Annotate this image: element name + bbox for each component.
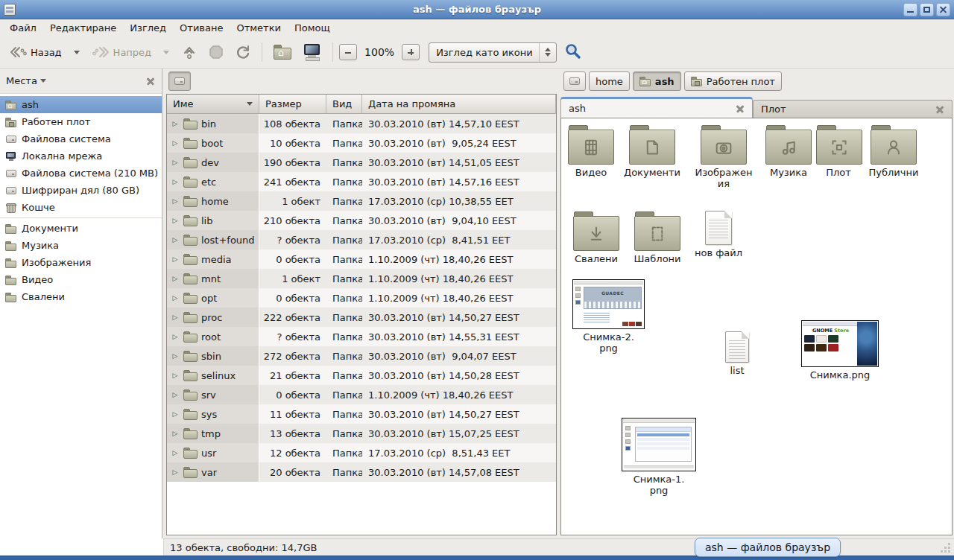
icon-view-item-templates[interactable]: Шаблони xyxy=(626,211,689,264)
expander-icon[interactable]: ▷ xyxy=(170,197,180,205)
icon-view-item-music[interactable]: Музика xyxy=(759,124,818,178)
table-row[interactable]: ▷bin108 обектаПапка30.03.2010 (вт) 14,57… xyxy=(167,114,556,133)
sidebar-item-downloads[interactable]: Свалени xyxy=(0,288,162,305)
zoom-in-button[interactable] xyxy=(402,44,420,60)
up-button[interactable] xyxy=(177,40,202,64)
titlebar[interactable]: ash — файлов браузър xyxy=(0,0,954,19)
tab-plot[interactable]: Плот xyxy=(753,100,953,118)
icon-view-item-list[interactable]: list xyxy=(715,331,759,376)
table-row[interactable]: ▷opt0 обектаПапка1.10.2009 (чт) 18,40,26… xyxy=(167,288,556,308)
expander-icon[interactable]: ▷ xyxy=(170,120,180,127)
expander-icon[interactable]: ▷ xyxy=(170,314,180,321)
table-row[interactable]: ▷home1 обектПапка17.03.2010 (ср) 10,38,5… xyxy=(167,191,556,211)
table-row[interactable]: ▷srv0 обектаПапка1.10.2009 (чт) 18,40,26… xyxy=(167,385,556,404)
menu-item-help[interactable]: Помощ xyxy=(288,20,337,36)
breadcrumb-ash[interactable]: ash xyxy=(633,71,681,91)
expander-icon[interactable]: ▷ xyxy=(170,255,180,263)
minimize-button[interactable] xyxy=(903,3,917,16)
sidebar-item-filesystem[interactable]: Файлова система xyxy=(0,130,162,147)
menu-item-edit[interactable]: Редактиране xyxy=(43,20,123,36)
table-row[interactable]: ▷lost+found? обектаПапка17.03.2010 (ср) … xyxy=(167,230,556,249)
sidebar-item-trash[interactable]: Кошче xyxy=(0,199,162,216)
icon-view[interactable]: ВидеоДокументиИзображенияМузикаПлотПубли… xyxy=(560,118,953,535)
table-row[interactable]: ▷tmp13 обектаПапка30.03.2010 (вт) 15,07,… xyxy=(167,424,556,443)
column-header-type[interactable]: Вид xyxy=(326,95,362,114)
computer-button[interactable] xyxy=(298,40,326,64)
expander-icon[interactable]: ▷ xyxy=(170,468,180,476)
zoom-out-button[interactable] xyxy=(339,44,357,60)
table-row[interactable]: ▷dev190 обектаПапка30.03.2010 (вт) 14,51… xyxy=(167,153,556,172)
table-row[interactable]: ▷proc222 обектаПапка30.03.2010 (вт) 14,5… xyxy=(167,308,556,327)
expander-icon[interactable]: ▷ xyxy=(170,391,180,398)
table-row[interactable]: ▷etc241 обектаПапка30.03.2010 (вт) 14,57… xyxy=(167,172,556,191)
expander-icon[interactable]: ▷ xyxy=(170,178,180,185)
icon-view-item-new-file[interactable]: нов файл xyxy=(689,211,748,258)
sidebar-item-documents[interactable]: Документи xyxy=(0,220,162,237)
sidebar-close-icon[interactable] xyxy=(145,76,156,86)
table-row[interactable]: ▷usr12 обектаПапка17.03.2010 (ср) 8,51,4… xyxy=(167,443,556,462)
resize-grip[interactable] xyxy=(941,543,951,553)
tab-close-icon[interactable] xyxy=(935,104,944,114)
expander-icon[interactable]: ▷ xyxy=(170,294,180,302)
breadcrumb-home[interactable]: home xyxy=(589,71,630,91)
table-row[interactable]: ▷selinux21 обектаПапка30.03.2010 (вт) 14… xyxy=(167,366,556,385)
back-history-dropdown[interactable] xyxy=(68,47,86,58)
sidebar-item-pictures[interactable]: Изображения xyxy=(0,254,162,271)
icon-view-item-snimka-1[interactable]: Снимка-1.png xyxy=(622,418,696,497)
menu-item-bookmarks[interactable]: Отметки xyxy=(230,20,287,36)
maximize-button[interactable] xyxy=(920,3,934,16)
icon-view-item-video[interactable]: Видео xyxy=(561,124,621,178)
chevron-down-icon[interactable] xyxy=(40,79,46,83)
expander-icon[interactable]: ▷ xyxy=(170,430,180,437)
close-button[interactable] xyxy=(936,3,950,16)
table-row[interactable]: ▷mnt1 обектПапка1.10.2009 (чт) 18,40,26 … xyxy=(167,269,556,288)
expander-icon[interactable]: ▷ xyxy=(170,236,180,244)
home-button[interactable] xyxy=(268,40,297,64)
sidebar-title[interactable]: Места xyxy=(6,75,37,86)
table-row[interactable]: ▷sbin272 обектаПапка30.03.2010 (вт) 9,04… xyxy=(167,346,556,366)
search-button[interactable] xyxy=(564,42,582,63)
icon-view-item-desktop[interactable]: Плот xyxy=(816,124,861,178)
stop-button[interactable] xyxy=(203,40,229,64)
icon-view-item-snimka-2[interactable]: GUADECСнимка-2.png xyxy=(572,279,645,354)
table-row[interactable]: ▷lib210 обектаПапка30.03.2010 (вт) 9,04,… xyxy=(167,211,556,230)
tab-close-icon[interactable] xyxy=(735,104,745,113)
breadcrumb-desktop[interactable]: Работен плот xyxy=(684,71,782,91)
icon-view-item-downloads[interactable]: Свалени xyxy=(565,211,628,264)
table-row[interactable]: ▷var20 обектаПапка30.03.2010 (вт) 14,57,… xyxy=(167,462,556,482)
column-header-name[interactable]: Име xyxy=(167,95,259,114)
sidebar-item-home[interactable]: ash xyxy=(0,96,162,113)
back-button[interactable]: Назад xyxy=(4,41,66,63)
tab-ash[interactable]: ash xyxy=(560,97,753,118)
table-row[interactable]: ▷boot10 обектаПапка30.03.2010 (вт) 9,05,… xyxy=(167,133,556,153)
table-row[interactable]: ▷media0 обектаПапка1.10.2009 (чт) 18,40,… xyxy=(167,249,556,269)
table-row[interactable]: ▷root? обектаПапка30.03.2010 (вт) 14,55,… xyxy=(167,327,556,346)
sidebar-item-desktop[interactable]: Работен плот xyxy=(0,113,162,130)
expander-icon[interactable]: ▷ xyxy=(170,333,180,340)
icon-view-item-pictures[interactable]: Изображения xyxy=(694,124,754,190)
expander-icon[interactable]: ▷ xyxy=(170,275,180,282)
expander-icon[interactable]: ▷ xyxy=(170,410,180,418)
menu-item-go[interactable]: Отиване xyxy=(173,20,230,36)
sidebar-item-encrypted-80[interactable]: Шифриран дял (80 GB) xyxy=(0,182,162,199)
sidebar-item-volume-210[interactable]: Файлова система (210 MB) xyxy=(0,165,162,182)
icon-view-item-public[interactable]: Публични xyxy=(862,124,926,178)
table-row[interactable]: ▷sys11 обектаПапка30.03.2010 (вт) 14,50,… xyxy=(167,404,556,424)
expander-icon[interactable]: ▷ xyxy=(170,372,180,379)
sidebar-item-network[interactable]: Локална мрежа xyxy=(0,147,162,165)
column-header-size[interactable]: Размер xyxy=(259,95,326,114)
expander-icon[interactable]: ▷ xyxy=(170,217,180,224)
icon-view-item-snimka[interactable]: GNOME StoreСнимка.png xyxy=(801,320,879,381)
view-mode-combo[interactable]: Изглед като икони xyxy=(429,42,557,63)
sidebar-item-video[interactable]: Видео xyxy=(0,271,162,288)
sidebar-item-music[interactable]: Музика xyxy=(0,237,162,254)
expander-icon[interactable]: ▷ xyxy=(170,159,180,166)
forward-button[interactable]: Напред xyxy=(87,41,156,63)
forward-history-dropdown[interactable] xyxy=(157,47,175,58)
breadcrumb-root[interactable] xyxy=(168,71,191,91)
expander-icon[interactable]: ▷ xyxy=(170,352,180,360)
expander-icon[interactable]: ▷ xyxy=(170,139,180,147)
column-header-date[interactable]: Дата на промяна xyxy=(362,95,556,114)
expander-icon[interactable]: ▷ xyxy=(170,449,180,456)
menu-item-file[interactable]: Файл xyxy=(3,20,43,36)
